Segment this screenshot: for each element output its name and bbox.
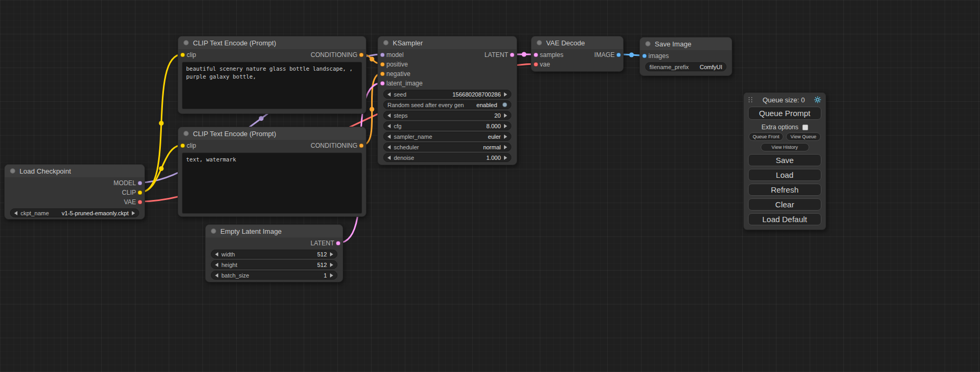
increment-arrow-icon[interactable]	[504, 156, 507, 160]
view-history-button[interactable]: View History	[761, 143, 809, 151]
node-status-dot-icon	[183, 40, 189, 45]
load-default-button[interactable]: Load Default	[748, 213, 821, 225]
output-label-conditioning: CONDITIONING	[311, 142, 357, 149]
node-load-checkpoint[interactable]: Load Checkpoint MODEL CLIP VAE ckpt_name…	[4, 164, 145, 220]
increment-arrow-icon[interactable]	[504, 124, 507, 128]
drag-handle-icon[interactable]	[748, 97, 753, 103]
output-slot-clip[interactable]	[138, 190, 142, 195]
node-clip-text-encode-negative[interactable]: CLIP Text Encode (Prompt) clip CONDITION…	[178, 127, 366, 217]
widget-value: normal	[483, 144, 501, 150]
output-slot-model[interactable]	[138, 181, 142, 186]
node-title: VAE Decode	[546, 39, 585, 47]
increment-arrow-icon[interactable]	[504, 145, 507, 149]
decrement-arrow-icon[interactable]	[215, 263, 218, 267]
widget-random-seed-toggle[interactable]: Random seed after every gen enabled	[383, 100, 511, 109]
widget-seed[interactable]: seed 156680208700286	[383, 90, 511, 99]
node-title-bar[interactable]: Load Checkpoint	[5, 165, 144, 177]
node-ksampler[interactable]: KSampler model LATENT positive negative …	[377, 36, 517, 165]
decrement-arrow-icon[interactable]	[387, 92, 391, 97]
output-slot-latent[interactable]	[336, 241, 341, 246]
node-title-bar[interactable]: Empty Latent Image	[206, 225, 343, 237]
input-label-latent-image: latent_image	[386, 80, 423, 87]
increment-arrow-icon[interactable]	[504, 135, 507, 139]
input-slot-latent-image[interactable]	[380, 81, 385, 86]
input-slot-clip[interactable]	[180, 144, 185, 148]
settings-gear-icon[interactable]	[814, 96, 821, 103]
decrement-arrow-icon[interactable]	[215, 252, 218, 256]
node-title: CLIP Text Encode (Prompt)	[193, 39, 276, 47]
widget-value: 8.000	[486, 123, 501, 129]
widget-batch-size[interactable]: batch_size 1	[211, 271, 337, 280]
extra-options-label: Extra options	[761, 123, 798, 131]
toggle-on-icon[interactable]	[502, 102, 507, 107]
output-slot-conditioning[interactable]	[359, 144, 364, 148]
output-label-latent: LATENT	[311, 240, 334, 247]
node-status-dot-icon	[645, 41, 651, 46]
widget-scheduler[interactable]: scheduler normal	[383, 142, 511, 151]
increment-arrow-icon[interactable]	[330, 252, 333, 256]
node-save-image[interactable]: Save Image images filename_prefix ComfyU…	[639, 37, 732, 76]
view-queue-button[interactable]: View Queue	[786, 132, 821, 141]
node-vae-decode[interactable]: VAE Decode samples IMAGE vae	[531, 36, 624, 72]
queue-front-button[interactable]: Queue Front	[749, 132, 783, 141]
input-slot-images[interactable]	[642, 54, 647, 59]
queue-prompt-button[interactable]: Queue Prompt	[748, 107, 821, 120]
input-label-clip: clip	[187, 142, 196, 149]
clear-button[interactable]: Clear	[748, 198, 821, 211]
input-slot-model[interactable]	[380, 53, 385, 58]
node-clip-text-encode-positive[interactable]: CLIP Text Encode (Prompt) clip CONDITION…	[178, 36, 366, 114]
widget-sampler-name[interactable]: sampler_name euler	[383, 132, 511, 141]
widget-cfg[interactable]: cfg 8.000	[383, 121, 511, 130]
node-title: KSampler	[393, 39, 423, 47]
node-title-bar[interactable]: CLIP Text Encode (Prompt)	[178, 127, 366, 140]
output-slot-latent[interactable]	[510, 53, 515, 58]
input-slot-negative[interactable]	[380, 72, 385, 77]
input-slot-clip[interactable]	[180, 53, 185, 58]
increment-arrow-icon[interactable]	[504, 92, 507, 97]
output-label-vae: VAE	[124, 198, 136, 206]
widget-filename-prefix[interactable]: filename_prefix ComfyUI	[645, 62, 726, 71]
node-title-bar[interactable]: VAE Decode	[531, 36, 623, 49]
refresh-button[interactable]: Refresh	[748, 184, 821, 196]
widget-label: filename_prefix	[649, 64, 689, 70]
decrement-arrow-icon[interactable]	[387, 145, 391, 149]
decrement-arrow-icon[interactable]	[387, 124, 391, 128]
output-slot-conditioning[interactable]	[359, 53, 364, 58]
decrement-arrow-icon[interactable]	[14, 211, 17, 215]
node-status-dot-icon	[383, 40, 389, 45]
node-empty-latent-image[interactable]: Empty Latent Image LATENT width 512 heig…	[205, 224, 343, 282]
node-title-bar[interactable]: KSampler	[378, 36, 517, 49]
widget-value: ComfyUI	[700, 64, 722, 70]
increment-arrow-icon[interactable]	[330, 263, 333, 267]
save-button[interactable]: Save	[748, 154, 821, 166]
widget-ckpt-name[interactable]: ckpt_name v1-5-pruned-emaonly.ckpt	[10, 208, 139, 217]
input-slot-samples[interactable]	[533, 53, 538, 58]
output-slot-vae[interactable]	[138, 200, 142, 205]
decrement-arrow-icon[interactable]	[387, 156, 391, 160]
output-slot-image[interactable]	[616, 53, 621, 58]
node-title-bar[interactable]: Save Image	[640, 37, 732, 50]
node-title: Save Image	[655, 40, 691, 48]
widget-height[interactable]: height 512	[211, 260, 337, 269]
input-label-negative: negative	[386, 70, 410, 78]
queue-size-label: Queue size: 0	[753, 96, 814, 104]
decrement-arrow-icon[interactable]	[215, 273, 218, 278]
widget-width[interactable]: width 512	[211, 250, 337, 259]
input-label-clip: clip	[187, 51, 196, 59]
extra-options-checkbox[interactable]	[802, 125, 808, 130]
prompt-textarea[interactable]: text, watermark	[182, 152, 362, 214]
input-slot-positive[interactable]	[380, 62, 385, 67]
input-slot-vae[interactable]	[533, 62, 538, 67]
node-title-bar[interactable]: CLIP Text Encode (Prompt)	[178, 36, 366, 49]
widget-denoise[interactable]: denoise 1.000	[383, 153, 511, 162]
widget-steps[interactable]: steps 20	[383, 111, 511, 120]
increment-arrow-icon[interactable]	[330, 273, 333, 278]
widget-label: ckpt_name	[21, 210, 49, 216]
decrement-arrow-icon[interactable]	[387, 135, 391, 139]
increment-arrow-icon[interactable]	[504, 113, 507, 118]
load-button[interactable]: Load	[748, 169, 821, 181]
link-dot-latent-output	[522, 52, 527, 57]
increment-arrow-icon[interactable]	[132, 211, 135, 215]
decrement-arrow-icon[interactable]	[387, 113, 391, 118]
prompt-textarea[interactable]: beautiful scenery nature glass bottle la…	[182, 62, 362, 109]
